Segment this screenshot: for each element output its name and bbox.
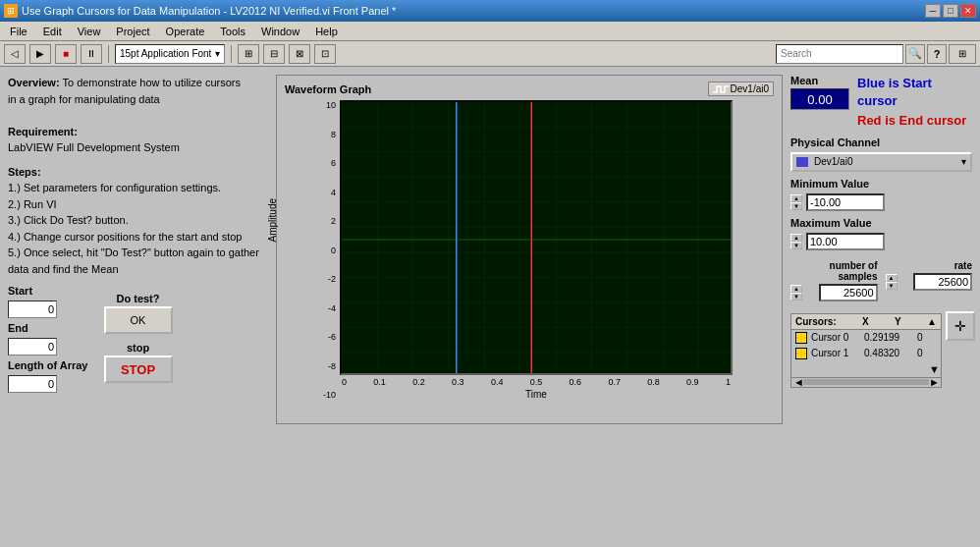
graph-wrapper: 10 8 6 4 2 0 -2 -4 -6 -8 -10 Amplitude xyxy=(281,100,778,419)
cursors-col-name: Cursors: xyxy=(795,316,837,327)
minimize-button[interactable]: ─ xyxy=(925,4,941,18)
num-samples-spinner[interactable]: ▲ ▼ xyxy=(790,285,802,301)
num-samples-spin-down[interactable]: ▼ xyxy=(790,293,802,301)
title-bar: ⊞ Use Graph Cursors for Data Manipulatio… xyxy=(0,0,980,22)
step2: 2.) Run VI xyxy=(8,198,57,210)
max-value-label: Maximum Value xyxy=(790,217,972,229)
end-label: End xyxy=(8,322,88,334)
min-spin-up[interactable]: ▲ xyxy=(790,194,802,202)
num-samples-input[interactable] xyxy=(819,284,878,301)
x-tick-08: 0.8 xyxy=(647,377,660,387)
max-spinner[interactable]: ▲ ▼ xyxy=(790,234,802,249)
min-value-input[interactable] xyxy=(806,193,885,211)
max-input-row: ▲ ▼ xyxy=(790,233,972,250)
cursors-col-x: X xyxy=(862,316,869,327)
menu-window[interactable]: Window xyxy=(253,24,307,39)
rate-spin-down[interactable]: ▼ xyxy=(886,282,898,290)
toolbar-align-btn[interactable]: ⊞ xyxy=(238,44,259,64)
cursor1-row[interactable]: Cursor 1 0.48320 0 xyxy=(791,346,941,361)
max-spin-up[interactable]: ▲ xyxy=(790,234,802,242)
physical-channel-dropdown[interactable]: Dev1/ai0 ▾ xyxy=(790,152,972,172)
cursor-cross-button[interactable]: ✛ xyxy=(946,311,975,341)
help-button[interactable]: ? xyxy=(927,44,947,64)
max-spin-down[interactable]: ▼ xyxy=(790,242,802,249)
window-title: Use Graph Cursors for Data Manipulation … xyxy=(22,5,396,17)
cursor1-x: 0.48320 xyxy=(864,348,913,358)
requirement-label: Requirement: xyxy=(8,126,78,137)
cursor-legend: Blue is Start cursor Red is End cursor xyxy=(857,75,972,131)
toolbar-back-btn[interactable]: ◁ xyxy=(4,44,26,64)
samples-rate-row: number of samples ▲ ▼ rate ▲ ▼ xyxy=(790,260,972,301)
min-spin-down[interactable]: ▼ xyxy=(790,202,802,210)
numeric-controls-group: Start End Length of Array xyxy=(8,285,88,393)
min-value-label: Minimum Value xyxy=(790,178,972,190)
rate-spinner[interactable]: ▲ ▼ xyxy=(886,274,898,290)
search-button[interactable]: 🔍 xyxy=(905,44,925,64)
stop-button[interactable]: STOP xyxy=(104,356,173,383)
do-test-control: Do test? OK xyxy=(104,293,173,334)
length-label: Length of Array xyxy=(8,359,88,371)
menu-file[interactable]: File xyxy=(2,24,35,39)
rate-spin-up[interactable]: ▲ xyxy=(886,274,898,282)
toolbar-abort-btn[interactable]: ■ xyxy=(55,44,77,64)
max-value-input[interactable] xyxy=(806,233,885,250)
table-scroll-left[interactable]: ◄ xyxy=(793,376,803,388)
x-tick-09: 0.9 xyxy=(686,377,699,387)
table-scroll-up[interactable]: ▲ xyxy=(927,316,937,327)
x-axis-label: Time xyxy=(340,389,733,400)
length-control: Length of Array xyxy=(8,359,88,393)
menu-project[interactable]: Project xyxy=(108,24,157,39)
toolbar-dist-btn[interactable]: ⊟ xyxy=(263,44,285,64)
cursor1-color xyxy=(795,348,807,359)
channel-display[interactable]: Dev1/ai0 xyxy=(708,82,774,96)
y-tick-0: 0 xyxy=(331,246,336,255)
toolbar: ◁ ▶ ■ ⏸ 15pt Application Font ▾ ⊞ ⊟ ⊠ ⊡ … xyxy=(0,41,980,67)
end-input[interactable] xyxy=(8,338,57,356)
table-scroll-down[interactable]: ▼ xyxy=(929,363,939,375)
left-panel: Overview: To demonstrate how to utilize … xyxy=(8,75,268,539)
menu-operate[interactable]: Operate xyxy=(158,24,213,39)
cursors-table: Cursors: X Y ▲ Cursor 0 0.29199 0 Cursor… xyxy=(790,313,942,388)
cursors-col-y: Y xyxy=(895,316,901,327)
length-input[interactable] xyxy=(8,375,57,393)
stop-label: stop xyxy=(127,342,149,354)
start-control: Start xyxy=(8,285,88,318)
channel-arrow: ▾ xyxy=(961,156,966,167)
start-label: Start xyxy=(8,285,88,297)
table-scroll-right[interactable]: ► xyxy=(929,376,939,388)
menu-help[interactable]: Help xyxy=(307,24,346,39)
steps-block: Steps: 1.) Set parameters for configurat… xyxy=(8,164,268,278)
stop-control: stop STOP xyxy=(104,342,173,383)
font-selector[interactable]: 15pt Application Font ▾ xyxy=(115,44,225,64)
rate-label: rate xyxy=(886,260,973,271)
menu-tools[interactable]: Tools xyxy=(212,24,253,39)
num-samples-spin-up[interactable]: ▲ xyxy=(790,285,802,293)
do-test-label: Do test? xyxy=(117,293,160,304)
ok-button[interactable]: OK xyxy=(104,306,173,334)
menu-view[interactable]: View xyxy=(70,24,109,39)
menu-edit[interactable]: Edit xyxy=(35,24,70,39)
toolbar-order-btn[interactable]: ⊡ xyxy=(314,44,336,64)
step5: 5.) Once select, hit "Do Test?" button a… xyxy=(8,246,259,275)
max-value-section: Maximum Value ▲ ▼ xyxy=(790,217,972,250)
toolbar-pause-btn[interactable]: ⏸ xyxy=(81,44,102,64)
maximize-button[interactable]: □ xyxy=(943,4,958,18)
rate-input[interactable] xyxy=(913,273,972,291)
start-input[interactable] xyxy=(8,301,57,318)
toolbar-extra-btn[interactable]: ⊞ xyxy=(949,44,976,64)
y-tick-8: 8 xyxy=(331,130,336,139)
num-samples-section: number of samples ▲ ▼ xyxy=(790,260,878,301)
graph-header: Waveform Graph Dev1/ai0 xyxy=(281,80,778,100)
toolbar-run-btn[interactable]: ▶ xyxy=(29,44,51,64)
graph-area[interactable] xyxy=(340,100,733,375)
cursor1-y: 0 xyxy=(917,348,937,358)
search-input[interactable] xyxy=(776,44,903,64)
close-button[interactable]: ✕ xyxy=(960,4,976,18)
cursor-blue-legend: Blue is Start cursor xyxy=(857,75,972,110)
y-tick-n6: -6 xyxy=(328,332,336,342)
step3: 3.) Click Do Test? button. xyxy=(8,214,129,226)
cursor0-x: 0.29199 xyxy=(864,332,913,343)
min-spinner[interactable]: ▲ ▼ xyxy=(790,194,802,210)
toolbar-resize-btn[interactable]: ⊠ xyxy=(289,44,310,64)
cursor0-row[interactable]: Cursor 0 0.29199 0 xyxy=(791,330,941,346)
